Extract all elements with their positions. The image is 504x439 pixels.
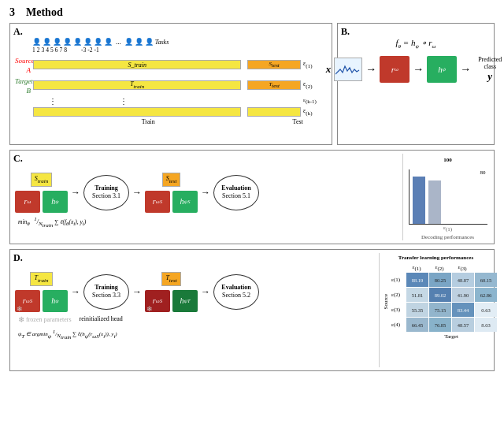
d-arrow-1: →	[71, 286, 80, 298]
arrow-1: →	[365, 63, 376, 76]
row-ab: A. 👤 👤 👤 👤 👤 👤 👤 👤 ...	[9, 23, 495, 145]
c-bar-chart: 80	[409, 169, 487, 225]
panel-d-heatmap: Transfer learning performances Source ε(…	[379, 253, 489, 367]
d-hpsiT: hψT	[172, 290, 198, 312]
d-romegaS2-container: rωS ❄	[145, 290, 170, 312]
s-train-label: S_train	[128, 61, 146, 69]
s-test-label: Stest	[269, 61, 280, 69]
d-training-title: Training	[94, 284, 118, 292]
section-number: 3	[9, 6, 15, 18]
panel-c-main: Strain rω hψ → Training Section 3.1 → S	[15, 154, 398, 240]
c-hpsi: hψ	[43, 191, 68, 213]
target-label: TargetB	[15, 77, 33, 95]
y-label: y	[487, 70, 492, 83]
s-train-bar: S_train	[33, 60, 241, 69]
heatmap-row-1: ε(1) 88.19 80.25 48.87 60.15	[391, 273, 497, 287]
section-title: Method	[26, 6, 63, 18]
dots-row: ⋮ ⋮ ε(k-1)	[15, 96, 327, 106]
arrow-3: →	[460, 63, 471, 76]
d-arrow-3: →	[201, 286, 210, 298]
d-formula: ψT ∈ argminψ 1/Ntrain ∑ ℓ(hψ(rωS(xi)), y…	[18, 329, 374, 341]
c-arrow-3: →	[201, 187, 210, 199]
snowflake-icon: ❄	[17, 305, 23, 313]
r-omega-box: rω	[380, 56, 410, 83]
panel-c: C. Strain rω hψ → Training Section 3.1	[9, 150, 495, 244]
panel-c-flow: Strain rω hψ → Training Section 3.1 → S	[15, 173, 398, 213]
heatmap-x-axis: Target	[406, 333, 497, 340]
source-row: SourceA S_train Stest ε(	[15, 55, 327, 74]
d-chart-title: Transfer learning performances	[383, 255, 489, 261]
person-neg2: 👤	[135, 38, 143, 46]
panel-d-flow: Ttrain rωS ❄ hψ → Training Section 3.3	[15, 272, 374, 312]
c-training-title: Training	[94, 184, 118, 192]
snowflake-legend-icon: ❄	[18, 315, 24, 324]
heatmap-row-3: ε(3) 55.35 75.15 83.44 0.63	[391, 303, 497, 317]
c-eval-circle: Evaluation Section 5.1	[213, 175, 259, 210]
last-row: ε(k)	[15, 107, 327, 117]
panel-b: B. fθ = hψ ∘ rω x → rω	[337, 23, 495, 145]
c-chart-eps: ε(1)	[443, 225, 452, 233]
panel-b-formula: fθ = hψ ∘ rω	[395, 38, 435, 50]
person-2: 👤	[43, 38, 51, 46]
person-4: 👤	[63, 38, 72, 46]
c-bar-1	[413, 177, 425, 224]
c-romegaS: rωS	[145, 191, 170, 213]
c-arrow-2: →	[132, 187, 142, 199]
c-chart-y-label: 100	[443, 157, 452, 163]
last-test-bar2	[247, 107, 301, 117]
snowflake-icon-2: ❄	[146, 305, 153, 313]
person-neg1: 👤	[145, 38, 154, 46]
s-test-bar: Stest	[247, 60, 301, 69]
d-training-section: Section 3.3	[92, 292, 120, 299]
c-stest-box: Stest	[162, 173, 181, 187]
panel-a: A. 👤 👤 👤 👤 👤 👤 👤 👤 ...	[9, 23, 332, 145]
eps-k1: ε(k-1)	[303, 97, 327, 105]
d-ttest-box: Ttest	[161, 272, 180, 286]
d-eval-title: Evaluation	[221, 284, 250, 292]
test-axis-label: Test	[269, 118, 327, 125]
train-axis-label: Train	[32, 118, 264, 125]
eps-k: ε(k)	[303, 107, 327, 117]
panel-c-chart: 100 80 ε(1) Decoding performances	[402, 154, 489, 240]
c-bar-2	[428, 180, 441, 224]
last-train-bar	[33, 107, 241, 117]
c-bar-1-rect	[413, 177, 425, 224]
target-row: TargetB Ttrain Ttest ε(2	[15, 76, 327, 95]
c-bar-2-rect	[428, 180, 441, 224]
arrow-2: →	[413, 63, 424, 76]
panel-d-main: Ttrain rωS ❄ hψ → Training Section 3.3	[15, 253, 374, 367]
person-3: 👤	[53, 38, 61, 46]
heatmap-col-headers: ε(1) ε(2) ε(3)	[406, 264, 497, 272]
c-chart-title: Decoding performances	[421, 234, 474, 240]
panel-a-label: A.	[13, 26, 23, 38]
person-8: 👤	[104, 38, 113, 46]
c-strain-box: Strain	[31, 173, 53, 187]
t-train-bar: Ttrain	[33, 80, 241, 90]
t-test-bar: Ttest	[247, 80, 301, 90]
eps-1: ε(1)	[303, 60, 327, 69]
d-eval-section: Section 5.2	[222, 292, 250, 299]
c-eval-title: Evaluation	[221, 184, 250, 192]
person-5: 👤	[73, 38, 82, 46]
c-formula: minθ 1/Ntrain ∑ ℓ(fθ(xi), yi)	[18, 216, 398, 229]
heatmap-y-axis: Source	[383, 294, 389, 309]
heatmap-row-2: ε(2) 51.81 89.02 41.90 62.86	[391, 288, 497, 302]
predicted-class: Predicted class	[474, 56, 504, 70]
person-6: 👤	[83, 38, 92, 46]
person-7: 👤	[94, 38, 102, 46]
d-romegaS-container: rωS ❄	[15, 290, 40, 312]
eps-2: ε(2)	[303, 80, 327, 90]
c-y-80: 80	[480, 169, 486, 176]
panel-a-content: 👤 👤 👤 👤 👤 👤 👤 👤 ... 👤 👤 👤	[15, 38, 327, 125]
d-hpsi: hψ	[43, 290, 68, 312]
c-hpsiS: hψS	[172, 191, 198, 213]
section-header: 3 Method	[9, 6, 495, 19]
panel-b-label: B.	[341, 26, 350, 38]
page: 3 Method A. 👤 👤 👤 👤 👤 👤 👤	[0, 0, 504, 439]
person-neg3: 👤	[124, 38, 133, 46]
panel-d: D. Ttrain rωS ❄ hψ →	[9, 249, 495, 371]
d-arrow-2: →	[132, 286, 142, 298]
signal-thumbnail	[334, 58, 362, 81]
h-psi-box: hψ	[427, 56, 457, 83]
d-ttrain-box: Ttrain	[30, 272, 52, 286]
